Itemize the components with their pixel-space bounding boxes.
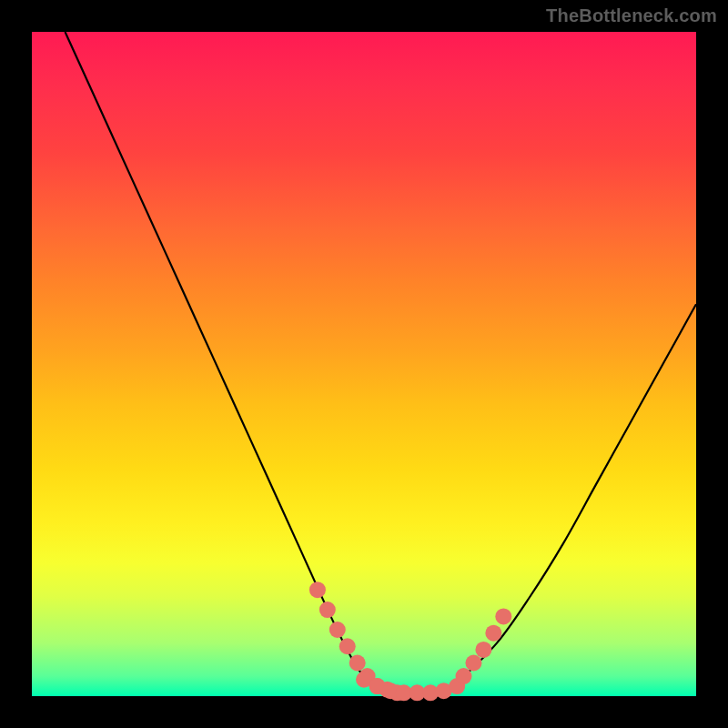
highlight-dot — [465, 655, 481, 672]
bottleneck-curve — [66, 32, 697, 697]
highlight-dot — [319, 602, 336, 618]
watermark-text: TheBottleneck.com — [546, 5, 717, 26]
chart-svg — [32, 32, 696, 696]
chart-plot-area — [32, 32, 696, 696]
highlight-dot — [495, 608, 511, 624]
highlight-dot — [485, 625, 501, 642]
highlight-dot — [339, 638, 356, 654]
highlight-dot — [475, 642, 491, 658]
highlight-dot — [349, 655, 366, 672]
highlight-dot — [456, 668, 472, 684]
highlight-dot — [329, 622, 346, 638]
highlight-dot — [309, 581, 326, 598]
highlight-dots — [309, 581, 511, 701]
